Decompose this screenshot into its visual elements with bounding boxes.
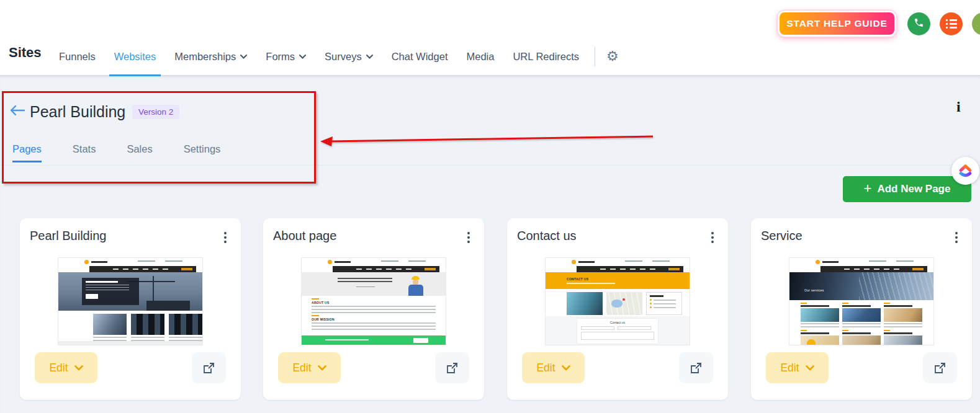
chevron-down-icon [74, 365, 83, 371]
page-card-pearl-building: Pearl Building Edit [20, 218, 241, 400]
chevron-down-icon [562, 365, 570, 371]
add-new-page-button[interactable]: + Add New Page [843, 176, 971, 202]
thumb-nav-bar [89, 266, 196, 272]
site-title: Pearl Building [30, 103, 125, 121]
thumb-hero: Our services [789, 272, 933, 300]
phone-button[interactable] [907, 12, 930, 35]
kebab-menu-icon[interactable] [953, 230, 960, 245]
thumb-form-title: Contact us [581, 321, 654, 325]
edit-button[interactable]: Edit [522, 352, 585, 383]
chevron-down-icon [806, 365, 814, 371]
page-thumbnail: ABOUT US OUR MISSION [302, 258, 446, 345]
thumb-services-grid [789, 300, 933, 345]
card-title: Service [761, 229, 802, 243]
tabs-divider-line [0, 165, 980, 166]
chevron-down-icon [299, 55, 306, 59]
thumb-logo-strip [789, 258, 933, 266]
nav-item-chat-widget[interactable]: Chat Widget [382, 51, 457, 63]
info-icon[interactable]: i [956, 99, 961, 115]
list-menu-icon [946, 19, 957, 29]
kebab-menu-icon[interactable] [709, 230, 716, 245]
back-arrow-icon[interactable] [10, 105, 25, 118]
thumb-logo-strip [58, 258, 202, 266]
thumb-nav-bar [577, 266, 683, 272]
kebab-menu-icon[interactable] [465, 230, 472, 245]
card-title: About page [273, 229, 336, 243]
page-card-about-page: About page ABOUT US OUR MISSION [263, 218, 484, 400]
nav-item-media[interactable]: Media [457, 51, 503, 63]
thumb-logo-strip [302, 258, 446, 266]
card-title: Contact us [517, 229, 577, 243]
page-thumbnail: Our services [789, 258, 933, 345]
thumb-nav-bar [820, 266, 927, 272]
thumb-footer [302, 335, 446, 345]
plus-icon: + [864, 182, 872, 195]
external-link-icon [202, 362, 215, 375]
clickup-badge-icon[interactable] [951, 157, 979, 185]
thumb-nav-bar [333, 266, 439, 272]
chevron-down-icon [318, 365, 326, 371]
external-link-icon [933, 362, 946, 375]
page-card-contact-us: Contact us CONTACT US [507, 218, 728, 400]
thumb-banner-text: CONTACT US [567, 277, 588, 281]
external-link-icon [446, 362, 459, 375]
nav-divider [595, 47, 595, 66]
tab-sales[interactable]: Sales [127, 143, 152, 162]
nav-item-url-redirects[interactable]: URL Redirects [503, 51, 588, 63]
start-help-guide-button[interactable]: START HELP GUIDE [778, 11, 896, 37]
edit-button[interactable]: Edit [278, 352, 341, 383]
thumb-logo-strip [546, 258, 690, 266]
nav-item-memberships[interactable]: Memberships [165, 51, 256, 63]
thumb-heading: OUR MISSION [312, 318, 436, 321]
tab-stats[interactable]: Stats [73, 143, 96, 162]
thumb-map [606, 292, 642, 315]
main-nav: Funnels Websites Memberships Forms Surve… [50, 47, 624, 66]
thumb-hero [302, 272, 446, 296]
tab-settings[interactable]: Settings [184, 143, 221, 162]
thumb-form-section: Contact us [546, 316, 690, 345]
nav-item-forms[interactable]: Forms [256, 51, 315, 63]
thumb-photo [567, 292, 603, 315]
open-page-button[interactable] [679, 352, 713, 383]
edge-circle-button[interactable] [972, 12, 980, 35]
edit-button[interactable]: Edit [35, 352, 97, 383]
thumb-body: ABOUT US OUR MISSION [302, 296, 446, 335]
nav-item-surveys[interactable]: Surveys [315, 51, 382, 63]
gear-icon[interactable]: ⚙ [601, 50, 624, 63]
phone-icon [914, 17, 924, 30]
page-card-service: Service Our services Ed [751, 218, 972, 400]
thumb-banner: CONTACT US [546, 272, 690, 289]
version-badge: Version 2 [132, 105, 179, 119]
red-annotation-arrow [318, 128, 659, 149]
chevron-down-icon [366, 55, 373, 59]
open-page-button[interactable] [192, 352, 226, 383]
external-link-icon [690, 362, 703, 375]
edit-button[interactable]: Edit [766, 352, 829, 383]
thumb-panels [546, 289, 690, 316]
app-window: Sites Funnels Websites Memberships Forms… [0, 0, 980, 413]
thumb-columns [58, 311, 202, 341]
tab-pages[interactable]: Pages [12, 143, 42, 162]
thumb-contact-info [646, 292, 682, 315]
card-title: Pearl Building [30, 229, 106, 243]
page-thumbnail: CONTACT US Contact us [546, 258, 690, 345]
thumb-hero-text: Our services [804, 288, 824, 292]
list-menu-button[interactable] [940, 12, 963, 35]
open-page-button[interactable] [435, 352, 469, 383]
nav-item-websites[interactable]: Websites [105, 51, 166, 63]
page-thumbnail [58, 258, 202, 345]
content-area: Pearl Building Version 2 i Pages Stats S… [0, 75, 980, 413]
page-title-sites: Sites [9, 45, 42, 61]
chevron-down-icon [240, 55, 247, 59]
site-tabs: Pages Stats Sales Settings [12, 143, 220, 162]
kebab-menu-icon[interactable] [222, 230, 228, 245]
top-navigation-bar: Sites Funnels Websites Memberships Forms… [0, 0, 980, 75]
nav-item-funnels[interactable]: Funnels [50, 51, 105, 63]
thumb-hero [58, 272, 202, 311]
thumb-heading: ABOUT US [312, 301, 436, 304]
open-page-button[interactable] [923, 352, 957, 383]
